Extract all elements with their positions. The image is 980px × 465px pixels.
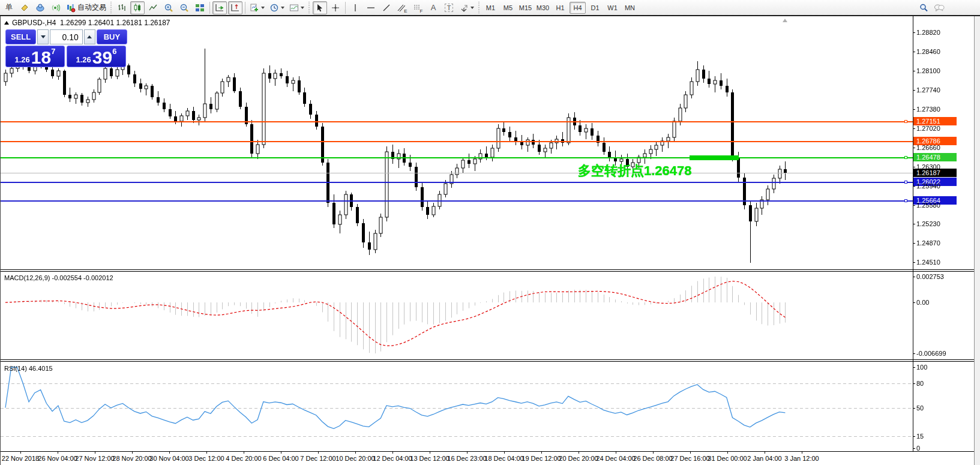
dropdown-caret-icon [281, 7, 284, 9]
horizontal-line-tool[interactable] [364, 1, 378, 14]
autotrading-button[interactable]: 自动交易 [64, 1, 108, 14]
horizontal-level-line[interactable] [1, 157, 913, 158]
date-axis-label: 18 Dec 04:00 [484, 455, 523, 462]
pivot-line-highlight[interactable] [690, 155, 739, 160]
one-click-trading-panel: SELL 0.10 BUY 1.26 18 7 1.26 39 6 [5, 29, 127, 67]
new-order-button[interactable]: 单 [2, 1, 16, 14]
toolbar-separator [209, 2, 210, 14]
date-axis-label: 3 Jan 12:00 [784, 455, 819, 462]
chart-shift-button[interactable] [228, 1, 242, 14]
signals-icon[interactable] [49, 1, 63, 14]
zoom-in-button[interactable] [161, 1, 176, 14]
date-axis-tick [169, 451, 170, 454]
price-level-tag[interactable]: 1.26478 [913, 153, 957, 161]
tab-timeframe-H4[interactable]: H4 [570, 2, 586, 14]
crosshair-button[interactable] [328, 1, 343, 14]
templates-button[interactable] [287, 1, 306, 14]
axis-tick [913, 448, 915, 449]
mt4-application: 单 自动交易 E F A T M1M5M15M30H1 [0, 0, 980, 465]
price-axis-label: 1.24870 [916, 239, 940, 247]
volume-increase-button[interactable] [84, 29, 95, 44]
zoom-out-button[interactable] [177, 1, 191, 14]
channel-tool-letter: E [404, 8, 407, 14]
axis-tick [913, 436, 915, 437]
axis-tick [913, 71, 915, 71]
date-axis-label: 27 Nov 12:00 [75, 455, 114, 462]
axis-tick [913, 52, 915, 52]
axis-tick [913, 32, 915, 33]
toolbar-grip[interactable] [308, 2, 311, 14]
macd-canvas[interactable] [1, 272, 913, 359]
date-axis-tick [132, 451, 133, 454]
tab-timeframe-H1[interactable]: H1 [552, 2, 568, 14]
axis-tick [913, 90, 915, 91]
fibonacci-tool[interactable]: F [410, 1, 425, 14]
tab-timeframe-M15[interactable]: M15 [517, 2, 534, 14]
bar-chart-button[interactable] [115, 1, 129, 14]
market-watch-icon[interactable] [33, 1, 47, 14]
price-level-tag[interactable]: 1.27151 [913, 117, 957, 125]
search-button[interactable] [916, 1, 931, 14]
sell-price-display[interactable]: 1.26 18 7 [5, 46, 65, 67]
tab-timeframe-W1[interactable]: W1 [604, 2, 621, 14]
cursor-button[interactable] [313, 1, 327, 14]
horizontal-level-line[interactable] [1, 173, 913, 173]
main-chart-canvas[interactable] [1, 16, 913, 269]
toolbar-grip[interactable] [478, 2, 481, 14]
timeframe-toolbar: M1M5M15M30H1H4D1W1MN [482, 2, 639, 14]
rsi-canvas[interactable] [1, 363, 913, 451]
chart-ohlc-values: 1.26299 1.26401 1.26181 1.26187 [56, 19, 170, 27]
tab-timeframe-D1[interactable]: D1 [587, 2, 603, 14]
line-endpoint-marker[interactable] [904, 120, 907, 123]
horizontal-level-line[interactable] [1, 121, 913, 122]
date-axis-label: 6 Dec 04:00 [263, 455, 298, 462]
toolbar-grip[interactable] [110, 2, 113, 14]
date-axis-label: 30 Nov 04:00 [149, 455, 188, 462]
vertical-line-tool[interactable] [348, 1, 362, 14]
tab-timeframe-M30[interactable]: M30 [535, 2, 551, 14]
collapse-icon[interactable] [4, 21, 9, 25]
horizontal-level-line[interactable] [1, 141, 913, 142]
tile-windows-button[interactable] [193, 1, 207, 14]
text-tool[interactable]: A [426, 1, 440, 14]
chat-button[interactable] [932, 1, 946, 14]
date-axis-label: 31 Dec 00:00 [708, 455, 747, 462]
tab-timeframe-M5[interactable]: M5 [500, 2, 516, 14]
pivot-annotation-text[interactable]: 多空转折点1.26478 [578, 162, 692, 180]
channel-tool[interactable]: E [395, 1, 409, 14]
line-endpoint-marker[interactable] [904, 199, 907, 202]
periods-button[interactable] [268, 1, 286, 14]
tab-timeframe-MN[interactable]: MN [622, 2, 638, 14]
trendline-tool[interactable] [379, 1, 394, 14]
volume-decrease-button[interactable] [37, 29, 49, 44]
auto-scroll-button[interactable] [212, 1, 227, 14]
rsi-axis-label: 50 [916, 404, 924, 412]
line-endpoint-marker[interactable] [904, 181, 907, 184]
date-axis-tick [802, 451, 802, 454]
arrows-tool[interactable] [457, 1, 476, 14]
price-axis-label: 1.28820 [916, 29, 940, 36]
history-center-icon[interactable] [17, 1, 32, 14]
date-axis-label: 7 Dec 12:00 [300, 455, 335, 462]
sell-price-pips: 18 [31, 49, 51, 66]
main-toolbar: 单 自动交易 E F A T M1M5M15M30H1 [0, 0, 980, 16]
sell-button[interactable]: SELL [5, 29, 36, 44]
pane-divider[interactable] [1, 359, 974, 362]
line-chart-button[interactable] [146, 1, 160, 14]
line-endpoint-marker[interactable] [904, 156, 907, 159]
tab-timeframe-M1[interactable]: M1 [482, 2, 499, 14]
horizontal-level-line[interactable] [1, 200, 913, 202]
label-tool[interactable]: T [442, 1, 456, 14]
candlestick-chart-button[interactable] [130, 1, 145, 14]
toolbar-separator [345, 2, 346, 14]
indicators-button[interactable] [248, 1, 266, 14]
axis-tick [913, 277, 915, 277]
rsi-axis-label: 0 [916, 445, 920, 452]
buy-price-display[interactable]: 1.26 39 6 [67, 46, 126, 67]
buy-button[interactable]: BUY [97, 29, 127, 44]
horizontal-level-line[interactable] [1, 182, 913, 183]
date-axis-tick [765, 451, 765, 454]
pane-divider[interactable] [1, 269, 974, 272]
scroll-up-arrow-icon[interactable] [783, 19, 787, 22]
volume-input[interactable]: 0.10 [50, 29, 82, 44]
